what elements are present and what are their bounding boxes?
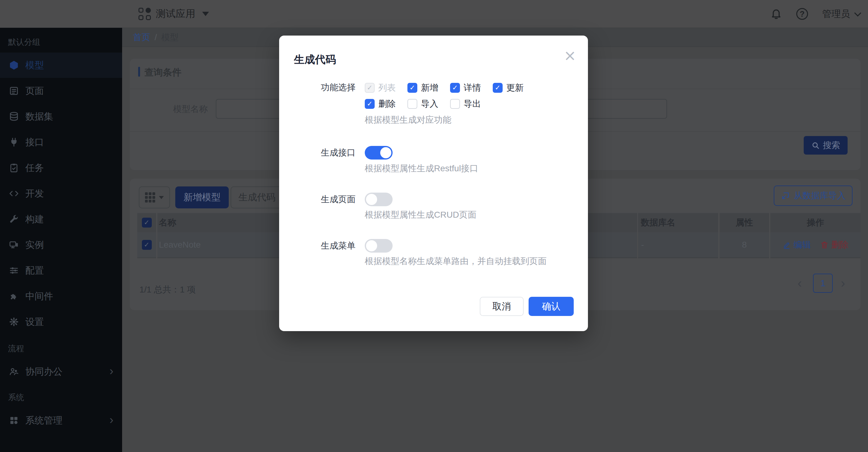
checkbox-icon: ✓ <box>450 83 460 93</box>
import-from-db-button[interactable]: 从数据库导入 <box>774 185 852 206</box>
app-switcher-label: 测试应用 <box>156 7 195 21</box>
sidebar-item-sysadmin[interactable]: 系统管理 › <box>0 408 122 433</box>
sidebar-item-config[interactable]: 配置 <box>0 258 122 283</box>
pagination-prev[interactable]: ‹ <box>798 275 802 291</box>
sidebar-item-instance[interactable]: 实例 <box>0 232 122 258</box>
user-name: 管理员 <box>822 8 850 21</box>
breadcrumb-separator: / <box>155 32 157 42</box>
search-button[interactable]: 搜索 <box>804 136 847 155</box>
pagination-next[interactable]: › <box>841 275 845 291</box>
checkbox-icon: ✓ <box>407 83 417 93</box>
chevron-down-icon <box>855 9 862 17</box>
clipboard-check-icon <box>9 162 19 173</box>
cell-attr-count: 8 <box>720 232 769 258</box>
toggle-knob <box>380 147 391 158</box>
checkbox-list: ✓ 列表 <box>365 82 396 94</box>
sidebar-item-task[interactable]: 任务 <box>0 155 122 181</box>
gen-page-toggle[interactable] <box>365 192 393 206</box>
add-model-button[interactable]: 新增模型 <box>175 186 229 208</box>
title-accent-bar <box>138 67 140 77</box>
checkbox-detail[interactable]: ✓ 详情 <box>450 82 481 94</box>
question-circle-icon: ? <box>796 8 808 20</box>
app-grid-icon <box>138 8 151 20</box>
wrench-icon <box>9 214 19 224</box>
query-card-title: 查询条件 <box>144 66 182 79</box>
trash-icon <box>820 241 829 249</box>
pagination-summary: 1/1 总共：1 项 <box>140 284 196 296</box>
top-bar: 测试应用 ? 管理员 <box>0 0 868 28</box>
model-name-label: 模型名称 <box>130 103 208 115</box>
search-icon <box>811 141 820 150</box>
pagination-page-1[interactable]: 1 <box>813 274 833 293</box>
checkbox-icon <box>450 99 460 109</box>
gen-page-helper: 根据模型属性生成CRUD页面 <box>365 209 476 220</box>
sidebar-item-page[interactable]: 页面 <box>0 78 122 103</box>
edit-link[interactable]: 编辑 <box>782 239 811 251</box>
close-icon[interactable]: × <box>564 48 576 63</box>
sidebar-group-flow: 流程 <box>8 343 24 354</box>
sidebar-item-model[interactable]: 模型 <box>0 53 122 78</box>
toggle-knob <box>366 194 377 205</box>
confirm-button[interactable]: 确认 <box>529 297 574 316</box>
notifications-button[interactable] <box>770 8 782 20</box>
feature-checkbox-row-2: ✓ 删除 导入 导出 <box>365 98 481 110</box>
feature-helper-text: 根据模型生成对应功能 <box>365 114 451 125</box>
checkbox-create[interactable]: ✓ 新增 <box>407 82 438 94</box>
modal-title: 生成代码 <box>294 53 336 67</box>
sidebar-item-api[interactable]: 接口 <box>0 129 122 155</box>
checkbox-update[interactable]: ✓ 更新 <box>493 82 524 94</box>
sidebar-item-build[interactable]: 构建 <box>0 207 122 232</box>
breadcrumb-current: 模型 <box>161 32 179 43</box>
checkbox-icon: ✓ <box>365 83 375 93</box>
feature-checkbox-row-1: ✓ 列表 ✓ 新增 ✓ 详情 ✓ 更新 <box>365 82 524 94</box>
pencil-icon <box>782 241 791 249</box>
user-menu[interactable]: 管理员 <box>822 8 859 21</box>
cell-db-name: - <box>638 232 718 258</box>
feature-select-label: 功能选择 <box>279 82 355 93</box>
row-select-cell: ✓ <box>137 232 156 258</box>
column-settings-button[interactable] <box>139 186 170 208</box>
generate-code-modal: 生成代码 × 功能选择 ✓ 列表 ✓ 新增 ✓ 详情 ✓ 更新 ✓ 删除 导入 <box>279 35 588 331</box>
sidebar-item-dataset[interactable]: 数据集 <box>0 104 122 129</box>
sidebar-group-system: 系统 <box>8 392 24 403</box>
gen-menu-toggle[interactable] <box>365 239 393 252</box>
database-icon <box>9 111 19 122</box>
cancel-button[interactable]: 取消 <box>480 297 524 316</box>
puzzle-icon <box>9 291 19 301</box>
page-icon <box>9 86 19 96</box>
sidebar-group-default: 默认分组 <box>8 36 40 48</box>
gen-menu-helper: 根据模型名称生成菜单路由，并自动挂载到页面 <box>365 256 547 267</box>
generate-code-button[interactable]: 生成代码 <box>230 186 283 208</box>
help-button[interactable]: ? <box>796 8 808 20</box>
checkbox-delete[interactable]: ✓ 删除 <box>365 98 396 110</box>
sidebar-item-settings[interactable]: 设置 <box>0 309 122 334</box>
checkbox-icon: ✓ <box>493 83 503 93</box>
gen-api-toggle[interactable] <box>365 146 393 159</box>
sidebar-item-dev[interactable]: 开发 <box>0 181 122 206</box>
apps-icon <box>9 415 19 426</box>
gen-menu-label: 生成菜单 <box>279 240 355 251</box>
caret-down-icon <box>202 12 209 16</box>
cell-actions: 编辑 删除 <box>770 232 861 258</box>
checkbox-icon: ✓ <box>365 99 375 109</box>
column-header-dbname[interactable]: 数据库名 <box>638 213 718 232</box>
sidebar-item-middleware[interactable]: 中间件 <box>0 283 122 309</box>
sliders-icon <box>9 265 19 276</box>
sidebar: 默认分组 模型 页面 数据集 接口 任务 开发 构建 实例 配置 中间件 <box>0 28 122 452</box>
column-header-actions[interactable]: 操作 <box>770 213 861 232</box>
import-icon <box>781 191 790 200</box>
column-header-attrs[interactable]: 属性 <box>720 213 769 232</box>
checkbox-export[interactable]: 导出 <box>450 98 481 110</box>
sidebar-item-collab[interactable]: 协同办公 › <box>0 359 122 384</box>
checkbox-import[interactable]: 导入 <box>407 98 438 110</box>
select-all-checkbox[interactable]: ✓ <box>142 218 152 228</box>
breadcrumb-home-link[interactable]: 首页 <box>133 32 150 43</box>
gen-page-label: 生成页面 <box>279 194 355 205</box>
delete-link[interactable]: 删除 <box>820 239 848 251</box>
chevron-right-icon: › <box>110 364 114 378</box>
app-switcher[interactable]: 测试应用 <box>138 0 209 28</box>
row-checkbox[interactable]: ✓ <box>142 240 152 250</box>
gen-api-helper: 根据模型属性生成Restful接口 <box>365 163 478 174</box>
instance-icon <box>9 240 19 250</box>
chevron-down-icon <box>159 196 164 199</box>
